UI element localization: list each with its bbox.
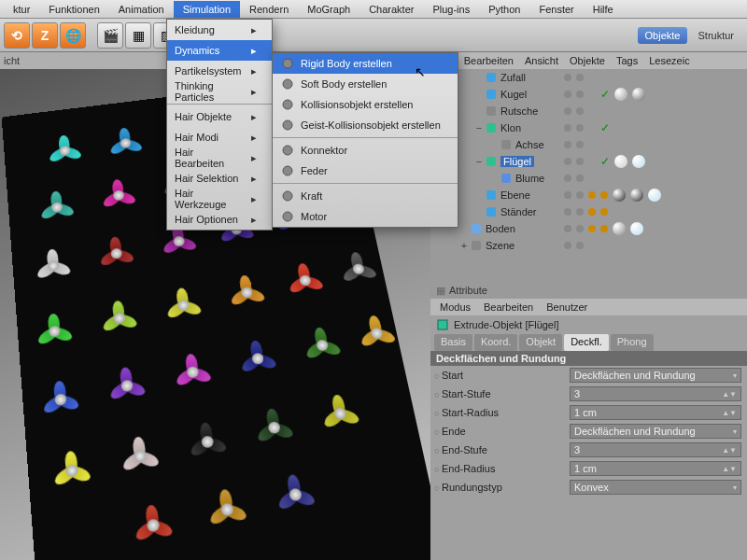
tag-row[interactable]: ✓ xyxy=(560,119,747,136)
attrtab-objekt[interactable]: Objekt xyxy=(519,334,562,351)
menu-item[interactable]: Thinking Particles▸ xyxy=(167,81,272,102)
svg-point-13 xyxy=(283,79,292,89)
attribute-panel: ▦Attribute ModusBearbeitenBenutzer Extru… xyxy=(430,282,747,497)
menu-item[interactable]: Hair Modi▸ xyxy=(167,127,272,147)
prop-label: Ende xyxy=(434,426,570,437)
tag-row[interactable] xyxy=(560,136,747,153)
attrtab-deckfl.[interactable]: Deckfl. xyxy=(564,334,609,351)
spinner-object xyxy=(181,415,234,468)
menu-item[interactable]: Hair Bearbeiten▸ xyxy=(167,147,272,168)
svg-point-14 xyxy=(283,100,292,109)
tag-row[interactable]: ✓ xyxy=(560,86,747,103)
sphere-icon xyxy=(485,88,498,101)
prop-field[interactable]: 3▲▼ xyxy=(570,386,741,401)
tag-row[interactable] xyxy=(560,69,747,86)
tool-axis-icon[interactable]: Z xyxy=(32,22,58,49)
menu-item[interactable]: Soft Body erstellen xyxy=(273,74,458,94)
menu-charakter[interactable]: Charakter xyxy=(359,1,423,18)
dynamics-submenu[interactable]: Rigid Body erstellenSoft Body erstellenK… xyxy=(272,52,458,228)
menu-funktionen[interactable]: Funktionen xyxy=(39,1,108,18)
tag-row[interactable] xyxy=(560,170,747,187)
tool-globe-icon[interactable]: 🌐 xyxy=(60,22,86,49)
menu-python[interactable]: Python xyxy=(479,1,529,18)
object-menubar: ateiBearbeitenAnsichtObjekteTagsLesezeic xyxy=(430,52,747,69)
attrmenu-item[interactable]: Benutzer xyxy=(546,301,587,313)
tag-row[interactable] xyxy=(560,220,747,237)
spinner-object xyxy=(332,246,384,293)
spinner-object xyxy=(296,321,348,371)
null-icon xyxy=(485,105,498,118)
tab-struktur[interactable]: Struktur xyxy=(690,27,741,44)
tool-undo-icon[interactable]: ⟲ xyxy=(4,22,30,49)
menu-hilfe[interactable]: Hilfe xyxy=(584,1,623,18)
svg-rect-7 xyxy=(486,190,496,200)
svg-point-19 xyxy=(283,212,292,221)
objmenu-item[interactable]: Bearbeiten xyxy=(464,55,514,66)
prop-field[interactable]: 1 cm▲▼ xyxy=(570,405,741,420)
menu-mograph[interactable]: MoGraph xyxy=(298,1,359,18)
prop-field[interactable]: 1 cm▲▼ xyxy=(570,461,741,476)
main-menubar: kturFunktionenAnimationSimulationRendern… xyxy=(0,0,747,19)
tool-clapper-icon[interactable]: 🎬 xyxy=(97,22,123,49)
tool-render-icon[interactable]: ▦ xyxy=(125,22,151,49)
prop-label: Rundungstyp xyxy=(434,482,570,493)
rand-icon xyxy=(485,71,498,84)
attrmenu-item[interactable]: Modus xyxy=(440,301,471,313)
menu-rendern[interactable]: Rendern xyxy=(240,1,298,18)
spinner-object xyxy=(31,307,79,356)
menu-fenster[interactable]: Fenster xyxy=(529,1,583,18)
prop-row: RundungstypKonvex▾ xyxy=(430,478,747,497)
menu-item[interactable]: Dynamics▸ xyxy=(167,40,272,61)
menu-item[interactable]: Partikelsystem▸ xyxy=(167,61,272,81)
attrmenu-item[interactable]: Bearbeiten xyxy=(484,301,533,313)
menu-item[interactable]: Feder xyxy=(273,161,458,181)
prop-field[interactable]: Deckflächen und Rundung▾ xyxy=(570,424,741,439)
tag-row[interactable] xyxy=(560,203,747,220)
tag-row[interactable] xyxy=(560,103,747,119)
menu-item[interactable]: Kollisionsobjekt erstellen xyxy=(273,94,458,115)
tree-label: Szene xyxy=(486,240,514,251)
objmenu-item[interactable]: Lesezeic xyxy=(649,55,689,66)
svg-point-12 xyxy=(283,59,292,68)
attrtab-koord.[interactable]: Koord. xyxy=(474,334,517,351)
menu-item[interactable]: Hair Werkzeuge▸ xyxy=(167,189,272,209)
menu-item[interactable]: Kraft xyxy=(273,186,458,206)
menu-item[interactable]: Konnektor xyxy=(273,140,458,161)
menu-ktur[interactable]: ktur xyxy=(4,1,39,18)
plane-icon xyxy=(485,189,498,202)
tab-objekte[interactable]: Objekte xyxy=(638,27,688,44)
prop-field[interactable]: Konvex▾ xyxy=(570,480,741,495)
attrtab-phong[interactable]: Phong xyxy=(611,334,654,351)
objmenu-item[interactable]: Objekte xyxy=(570,55,605,66)
menu-item[interactable]: Hair Objekte▸ xyxy=(167,106,272,127)
prop-label: Start-Radius xyxy=(434,407,570,418)
menu-item[interactable]: Kleidung▸ xyxy=(167,20,272,40)
tag-row[interactable]: ✓ xyxy=(560,153,747,170)
prop-row: End-Stufe3▲▼ xyxy=(430,441,747,459)
menu-item[interactable]: Geist-Kollisionsobjekt erstellen xyxy=(273,115,458,135)
prop-field[interactable]: 3▲▼ xyxy=(570,442,741,457)
menu-item[interactable]: Rigid Body erstellen xyxy=(273,53,458,74)
attrtab-basis[interactable]: Basis xyxy=(434,334,472,351)
menu-plug-ins[interactable]: Plug-ins xyxy=(423,1,479,18)
menu-simulation[interactable]: Simulation xyxy=(174,1,240,18)
prop-field[interactable]: Deckflächen und Rundung▾ xyxy=(570,368,741,383)
tag-row[interactable] xyxy=(560,187,747,203)
spinner-object xyxy=(232,334,284,384)
null-icon xyxy=(500,138,513,151)
tag-row[interactable] xyxy=(560,237,747,254)
tree-label: Kugel xyxy=(500,89,527,100)
svg-rect-10 xyxy=(472,241,481,250)
objmenu-item[interactable]: Ansicht xyxy=(525,55,558,66)
menu-item[interactable]: Hair Selektion▸ xyxy=(167,168,272,189)
objmenu-item[interactable]: Tags xyxy=(616,55,638,66)
right-toolbar: Objekte Struktur xyxy=(430,19,747,52)
menu-item[interactable]: Hair Optionen▸ xyxy=(167,209,272,230)
simulation-menu[interactable]: Kleidung▸Dynamics▸Partikelsystem▸Thinkin… xyxy=(166,19,273,231)
menu-icon xyxy=(280,209,295,224)
object-tree[interactable]: ZufallKugelRutsche−KlonAchse−FlügelBlume… xyxy=(430,69,747,282)
menu-animation[interactable]: Animation xyxy=(109,1,174,18)
null-icon xyxy=(470,239,483,252)
menu-item[interactable]: Motor xyxy=(273,206,458,227)
spinner-object xyxy=(92,231,140,276)
